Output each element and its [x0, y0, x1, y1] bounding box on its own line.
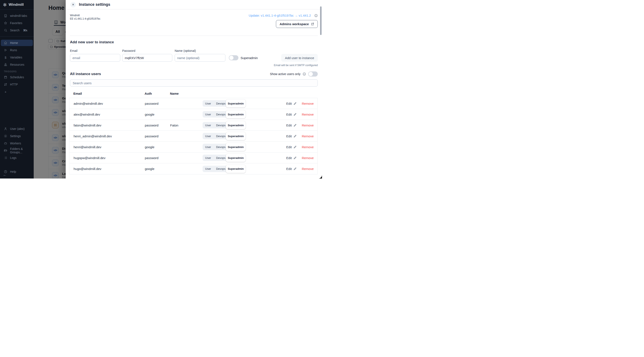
pencil-icon	[294, 113, 296, 116]
settings-tab[interactable]	[99, 31, 100, 36]
role-option-user[interactable]: User	[202, 156, 214, 160]
settings-tab[interactable]	[78, 31, 78, 36]
remove-button[interactable]: Remove	[302, 124, 314, 127]
settings-tabs	[70, 31, 318, 36]
user-auth: password	[145, 124, 170, 127]
password-label: Password	[122, 49, 172, 52]
user-auth: password	[145, 156, 170, 160]
sidebar-item-resources[interactable]: Resources	[1, 62, 33, 68]
sidebar-item-workers[interactable]: Workers	[1, 140, 33, 146]
user-auth: google	[145, 167, 170, 170]
superadmin-label: Superadmin	[240, 56, 258, 60]
user-email: henri_admin@windmill.dev	[74, 134, 145, 138]
remove-button[interactable]: Remove	[302, 112, 314, 116]
user-auth: google	[145, 112, 170, 116]
edit-button[interactable]: Edit	[286, 124, 296, 127]
role-option-superadmin-selected[interactable]: Superadmin	[226, 132, 246, 140]
sidebar-item-favorites[interactable]: Favorites	[1, 20, 33, 26]
sidebar-item-variables[interactable]: $ Variables	[1, 54, 33, 60]
scrollbar-thumb[interactable]	[320, 6, 322, 35]
app-window: Home Works All </> f/all f/provide </>	[0, 0, 322, 178]
name-field[interactable]	[175, 54, 226, 62]
pencil-icon	[294, 124, 296, 127]
user-row: alex@windmill.dev google User Devops Sup…	[69, 109, 317, 120]
role-option-user[interactable]: User	[202, 113, 214, 116]
edit-button[interactable]: Edit	[286, 112, 296, 116]
remove-button[interactable]: Remove	[302, 167, 314, 170]
settings-tab[interactable]	[106, 31, 107, 36]
role-option-superadmin-selected[interactable]: Superadmin	[226, 100, 246, 108]
role-option-superadmin-selected[interactable]: Superadmin	[226, 143, 246, 151]
user-row: admin@windmill.dev password User Devops …	[69, 98, 317, 109]
sidebar-item-user[interactable]: User (alex)	[1, 126, 33, 132]
password-field[interactable]	[122, 54, 172, 62]
remove-button[interactable]: Remove	[302, 156, 314, 160]
sidebar-item-settings[interactable]: Settings	[1, 133, 33, 139]
settings-tab[interactable]	[85, 31, 86, 36]
sidebar-item-workspace[interactable]: windmill-labs	[1, 12, 33, 19]
user-email: hugopw@windmill.dev	[74, 156, 145, 160]
role-segmented-control: User Devops Superadmin	[202, 133, 246, 139]
update-version-link[interactable]: Update: v1.441.1-4-g51f5197bc → v1.441.2	[249, 14, 311, 17]
sidebar-item-label: Favorites	[10, 21, 22, 25]
show-active-toggle[interactable]	[308, 72, 318, 76]
role-option-user[interactable]: User	[202, 146, 214, 149]
sidebar-item-logs[interactable]: Logs	[1, 154, 33, 161]
sidebar-item-schedules[interactable]: Schedules	[1, 74, 33, 80]
play-icon	[4, 48, 7, 52]
sidebar-item-search[interactable]: Search ⌘k	[1, 27, 33, 34]
remove-button[interactable]: Remove	[302, 134, 314, 138]
info-icon[interactable]	[314, 14, 318, 17]
sidebar-item-http[interactable]: HTTP	[1, 81, 33, 88]
role-option-superadmin-selected[interactable]: Superadmin	[226, 121, 246, 129]
settings-tab[interactable]	[114, 31, 114, 36]
superadmin-toggle[interactable]	[229, 55, 238, 60]
search-shortcut: ⌘k	[23, 29, 27, 32]
edit-label: Edit	[286, 112, 292, 116]
edit-button[interactable]: Edit	[286, 156, 296, 160]
role-option-superadmin-selected[interactable]: Superadmin	[226, 110, 246, 118]
windmill-logo[interactable]: ✻ Windmill	[0, 0, 34, 10]
edit-label: Edit	[286, 156, 292, 160]
pencil-icon	[294, 102, 296, 105]
settings-tab[interactable]	[92, 31, 93, 36]
role-segmented-control: User Devops Superadmin	[202, 166, 246, 172]
search-users-input[interactable]	[70, 79, 318, 86]
sidebar-item-folders-groups[interactable]: Folders & Groups...	[1, 147, 33, 154]
sidebar-add-trigger-button[interactable]: +	[1, 88, 33, 95]
role-option-user[interactable]: User	[202, 124, 214, 127]
role-option-superadmin-selected[interactable]: Superadmin	[226, 165, 246, 173]
user-row: henri_admin@windmill.dev password User D…	[69, 131, 317, 142]
close-button[interactable]: ✕	[70, 2, 76, 8]
sidebar-item-home[interactable]: Home	[1, 40, 33, 46]
edit-label: Edit	[286, 167, 292, 170]
role-option-user[interactable]: User	[202, 134, 214, 138]
sidebar-item-label: Search	[10, 28, 20, 32]
sidebar-item-label: windmill-labs	[10, 14, 27, 18]
settings-tab[interactable]	[121, 31, 122, 36]
user-email: alex@windmill.dev	[74, 112, 145, 116]
collapse-sidebar-icon[interactable]: ←	[3, 173, 6, 177]
email-field[interactable]	[70, 54, 120, 62]
sidebar: ✻ Windmill windmill-labs Favorites Searc…	[0, 0, 34, 178]
edit-button[interactable]: Edit	[286, 134, 296, 138]
info-icon[interactable]	[302, 72, 306, 76]
edit-label: Edit	[286, 102, 292, 105]
add-user-button[interactable]: Add user to instance	[281, 54, 318, 62]
role-option-user[interactable]: User	[202, 102, 214, 105]
edit-button[interactable]: Edit	[286, 145, 296, 149]
role-segmented-control: User Devops Superadmin	[202, 144, 246, 150]
role-option-superadmin-selected[interactable]: Superadmin	[226, 154, 246, 162]
robot-icon	[4, 142, 7, 145]
admins-workspace-button[interactable]: Admins workspace	[276, 20, 318, 28]
settings-tab[interactable]	[128, 31, 129, 36]
plus-icon: +	[4, 90, 7, 94]
sidebar-item-label: Settings	[10, 134, 21, 138]
edit-button[interactable]: Edit	[286, 102, 296, 105]
role-option-user[interactable]: User	[202, 167, 214, 170]
sidebar-item-runs[interactable]: Runs	[1, 47, 33, 53]
remove-button[interactable]: Remove	[302, 102, 314, 105]
star-icon	[4, 21, 7, 25]
remove-button[interactable]: Remove	[302, 145, 314, 149]
edit-button[interactable]: Edit	[286, 167, 296, 170]
